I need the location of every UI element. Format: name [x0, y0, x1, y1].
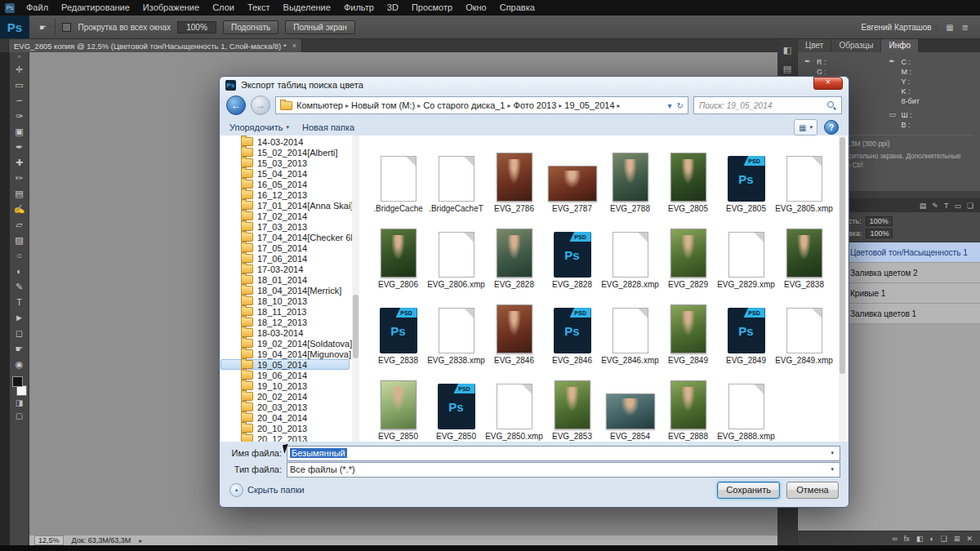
tree-folder[interactable]: 16_05_2014 — [220, 179, 350, 189]
file-item[interactable]: Ps PSD EVG_2838 — [775, 214, 833, 290]
gradient-tool-icon[interactable]: ▨ — [10, 233, 29, 248]
tree-folder[interactable]: 19_10_2013 — [220, 380, 350, 391]
menu-item[interactable]: 3D — [381, 0, 405, 16]
eyedropper-tool-icon[interactable]: ✒ — [10, 140, 29, 155]
file-item[interactable]: Ps PSD EVG_2786 — [485, 138, 543, 214]
file-item[interactable]: Ps PSD EVG_2788 — [601, 138, 659, 214]
file-item[interactable]: Ps PSD EVG_2838 — [369, 290, 427, 366]
link-layers-icon[interactable]: ∞ — [892, 535, 897, 543]
file-item[interactable]: Ps PSD EVG_2846 — [543, 290, 601, 366]
file-item[interactable]: Ps PSD EVG_2828 — [543, 214, 601, 290]
workspace-switcher-icon[interactable]: ▦ — [946, 23, 953, 32]
opacity-field[interactable]: 100% — [866, 216, 893, 226]
hide-folders-button[interactable]: ▴ Скрыть папки — [229, 483, 305, 497]
collapse-panel-icon[interactable]: » — [17, 52, 20, 62]
layer-name[interactable]: Заливка цветом 2 — [850, 269, 918, 278]
filename-input[interactable]: Безымянный ▾ — [287, 446, 840, 461]
lasso-tool-icon[interactable]: ∽ — [10, 93, 29, 109]
panel-tab[interactable]: Цвет — [798, 38, 831, 52]
tree-folder[interactable]: 18-03-2014 — [220, 327, 350, 338]
tree-folder[interactable]: 17_02_2014 — [220, 211, 350, 221]
breadcrumb-item[interactable]: Компьютер — [294, 100, 345, 110]
file-item[interactable]: Ps PSD .BridgeCacheT — [427, 138, 485, 214]
menu-item[interactable]: Файл — [20, 0, 55, 16]
tree-folder[interactable]: 17_05_2014 — [220, 242, 350, 253]
forward-button[interactable]: → — [251, 96, 270, 115]
tree-folder[interactable]: 17_06_2014 — [220, 253, 350, 264]
file-item[interactable]: Ps PSD EVG_2888.xmp — [717, 366, 775, 442]
address-dropdown-icon[interactable]: ▾ — [668, 101, 672, 110]
chevron-down-icon[interactable]: ▾ — [827, 450, 837, 456]
tree-folder[interactable]: 17_04_2014[Checker 6D] — [220, 232, 350, 242]
fill-field[interactable]: 100% — [866, 229, 893, 238]
tree-folder[interactable]: 19_02_2014[Soldatova] — [220, 338, 350, 349]
dodge-tool-icon[interactable]: ◐ — [10, 264, 29, 279]
pen-tool-icon[interactable]: ✎ — [10, 279, 29, 295]
file-item[interactable]: Ps PSD EVG_2849.xmp — [775, 290, 833, 366]
tree-folder[interactable]: 19_05_2014 — [220, 359, 350, 370]
file-item[interactable]: Ps PSD .BridgeCache — [369, 138, 427, 214]
file-item[interactable]: Ps PSD EVG_2829.xmp — [717, 214, 775, 290]
path-selection-tool-icon[interactable]: ► — [10, 310, 29, 326]
tree-scrollbar[interactable] — [352, 136, 359, 442]
help-button[interactable]: ? — [824, 120, 839, 135]
file-item[interactable]: Ps PSD EVG_2805.xmp — [775, 138, 833, 214]
panel-menu-icon[interactable]: ≣ — [962, 23, 969, 32]
tree-folder[interactable]: 18_11_2013 — [220, 306, 350, 317]
file-item[interactable]: Ps PSD EVG_2806 — [369, 214, 427, 290]
crop-tool-icon[interactable]: ▣ — [10, 124, 29, 140]
collapsed-color-panel-icon[interactable]: ◧ — [783, 45, 791, 56]
breadcrumb[interactable]: Компьютер ▸ Новый том (M:) ▸ Со старого … — [275, 96, 688, 114]
tree-folder[interactable]: 19_04_2014[Migunova] — [220, 349, 350, 359]
tree-scrollbar-thumb[interactable] — [353, 295, 359, 358]
tree-folder[interactable]: 20_10_2013 — [220, 423, 350, 433]
brush-tool-icon[interactable]: ✏ — [10, 171, 29, 186]
file-item[interactable]: Ps PSD EVG_2805 — [659, 138, 717, 214]
new-folder-button[interactable]: Новая папка — [302, 122, 354, 132]
tree-folder[interactable]: 20_02_2014 — [220, 391, 350, 402]
scroll-all-windows-checkbox[interactable] — [62, 23, 71, 32]
file-item[interactable]: Ps PSD EVG_2846.xmp — [601, 290, 659, 366]
tree-folder[interactable]: 20_04_2014 — [220, 412, 350, 423]
file-item[interactable]: Ps PSD EVG_2806.xmp — [427, 214, 485, 290]
cancel-button[interactable]: Отмена — [786, 482, 839, 499]
close-icon[interactable]: × — [292, 42, 296, 50]
file-item[interactable]: Ps PSD EVG_2854 — [601, 366, 659, 442]
menu-item[interactable]: Выделение — [277, 0, 337, 16]
fill-path-icon[interactable]: ▤ — [920, 202, 927, 210]
file-item[interactable]: Ps PSD EVG_2828 — [485, 214, 543, 290]
tree-folder[interactable]: 15_03_2013 — [220, 158, 350, 168]
layer-name[interactable]: Цветовой тон/Насыщенность 1 — [850, 248, 968, 257]
file-item[interactable]: Ps PSD EVG_2849 — [717, 290, 775, 366]
tree-folder[interactable]: 18_04_2014[Merrick] — [220, 285, 350, 295]
tree-folder[interactable]: 18_01_2014 — [220, 274, 350, 285]
menu-item[interactable]: Редактирование — [55, 0, 136, 16]
zoom-value-field[interactable]: 100% — [177, 21, 216, 33]
file-item[interactable]: Ps PSD EVG_2846 — [485, 290, 543, 366]
menu-item[interactable]: Справка — [493, 0, 541, 16]
menu-item[interactable]: Окно — [459, 0, 493, 16]
status-zoom-field[interactable]: 12,5% — [34, 535, 64, 545]
tree-folder[interactable]: 20_03_2013 — [220, 402, 350, 412]
history-brush-tool-icon[interactable]: ✍ — [10, 202, 29, 217]
adjustment-layer-icon[interactable]: ◐ — [929, 535, 933, 543]
tree-folder[interactable]: 14-03-2014 — [220, 136, 350, 147]
save-button[interactable]: Сохранить — [717, 482, 780, 499]
file-item[interactable]: Ps PSD EVG_2828.xmp — [601, 214, 659, 290]
search-input[interactable]: Поиск: 19_05_2014 — [693, 96, 842, 114]
tree-folder[interactable]: 17-03-2014 — [220, 264, 350, 274]
clone-stamp-tool-icon[interactable]: ▤ — [10, 186, 29, 202]
file-item[interactable]: Ps PSD EVG_2787 — [543, 138, 601, 214]
tree-folder[interactable]: 18_10_2013 — [220, 295, 350, 306]
collapsed-adjustments-panel-icon[interactable]: ▤ — [783, 64, 791, 74]
shape-tool-icon[interactable]: ◻ — [10, 326, 29, 341]
tree-folder[interactable]: 20_12_2013 — [220, 433, 350, 442]
tree-folder[interactable]: 16_12_2013 — [220, 189, 350, 200]
breadcrumb-item[interactable]: Со старого диска_1 — [421, 100, 507, 110]
layer-mask-icon[interactable]: ◧ — [916, 535, 924, 543]
layer-name[interactable]: Заливка цветов 1 — [850, 309, 916, 318]
screen-mode-icon[interactable]: ▢ — [16, 410, 23, 423]
chevron-down-icon[interactable]: ▾ — [897, 230, 900, 237]
tree-folder[interactable]: 18_12_2013 — [220, 317, 350, 327]
organize-button[interactable]: Упорядочить ▾ — [229, 122, 289, 132]
